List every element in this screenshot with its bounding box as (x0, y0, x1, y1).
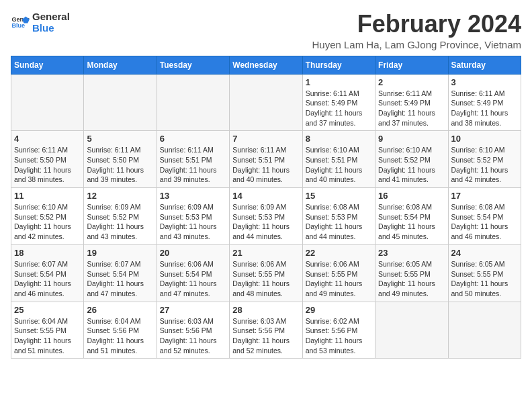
calendar-cell: 29Sunrise: 6:02 AMSunset: 5:56 PMDayligh… (302, 302, 375, 359)
day-number: 6 (160, 134, 226, 144)
calendar-cell: 7Sunrise: 6:11 AMSunset: 5:51 PMDaylight… (230, 131, 302, 188)
day-info: Sunrise: 6:05 AMSunset: 5:55 PMDaylight:… (451, 259, 518, 299)
calendar-cell: 14Sunrise: 6:09 AMSunset: 5:53 PMDayligh… (230, 188, 302, 245)
day-info: Sunrise: 6:11 AMSunset: 5:49 PMDaylight:… (451, 89, 518, 128)
day-info: Sunrise: 6:08 AMSunset: 5:54 PMDaylight:… (378, 202, 445, 242)
calendar-cell: 4Sunrise: 6:11 AMSunset: 5:50 PMDaylight… (11, 131, 84, 188)
day-number: 5 (87, 134, 153, 144)
day-of-week-header: Tuesday (157, 56, 229, 74)
day-number: 21 (232, 248, 299, 258)
day-number: 24 (451, 248, 518, 258)
calendar-cell (448, 302, 521, 359)
day-info: Sunrise: 6:11 AMSunset: 5:51 PMDaylight:… (160, 145, 226, 185)
calendar-cell (84, 74, 157, 131)
day-of-week-header: Friday (375, 56, 448, 74)
calendar-header-row: SundayMondayTuesdayWednesdayThursdayFrid… (11, 56, 521, 74)
calendar-week-row: 18Sunrise: 6:07 AMSunset: 5:54 PMDayligh… (11, 244, 521, 302)
day-info: Sunrise: 6:03 AMSunset: 5:56 PMDaylight:… (160, 316, 226, 356)
day-number: 16 (378, 191, 445, 201)
day-info: Sunrise: 6:09 AMSunset: 5:52 PMDaylight:… (87, 202, 153, 242)
calendar-cell: 8Sunrise: 6:10 AMSunset: 5:51 PMDaylight… (302, 131, 375, 188)
day-info: Sunrise: 6:06 AMSunset: 5:54 PMDaylight:… (160, 259, 226, 299)
day-number: 11 (14, 191, 81, 201)
calendar-cell: 20Sunrise: 6:06 AMSunset: 5:54 PMDayligh… (157, 244, 229, 302)
day-info: Sunrise: 6:09 AMSunset: 5:53 PMDaylight:… (232, 202, 299, 242)
calendar-cell: 28Sunrise: 6:03 AMSunset: 5:56 PMDayligh… (230, 302, 302, 359)
calendar-cell: 3Sunrise: 6:11 AMSunset: 5:49 PMDaylight… (448, 74, 521, 131)
calendar-week-row: 1Sunrise: 6:11 AMSunset: 5:49 PMDaylight… (11, 74, 521, 131)
day-number: 19 (87, 248, 153, 258)
calendar-cell (230, 74, 302, 131)
calendar-cell: 26Sunrise: 6:04 AMSunset: 5:56 PMDayligh… (84, 302, 157, 359)
day-number: 26 (87, 305, 153, 315)
day-number: 14 (232, 191, 299, 201)
day-number: 18 (14, 248, 81, 258)
calendar-cell: 9Sunrise: 6:10 AMSunset: 5:52 PMDaylight… (375, 131, 448, 188)
day-info: Sunrise: 6:08 AMSunset: 5:54 PMDaylight:… (451, 202, 518, 242)
day-number: 12 (87, 191, 153, 201)
day-info: Sunrise: 6:07 AMSunset: 5:54 PMDaylight:… (87, 259, 153, 299)
calendar-cell: 24Sunrise: 6:05 AMSunset: 5:55 PMDayligh… (448, 244, 521, 302)
day-info: Sunrise: 6:10 AMSunset: 5:52 PMDaylight:… (14, 202, 81, 242)
day-number: 23 (378, 248, 445, 258)
day-info: Sunrise: 6:10 AMSunset: 5:51 PMDaylight:… (306, 145, 372, 185)
day-info: Sunrise: 6:05 AMSunset: 5:55 PMDaylight:… (378, 259, 445, 299)
calendar-week-row: 25Sunrise: 6:04 AMSunset: 5:55 PMDayligh… (11, 302, 521, 359)
calendar-cell: 2Sunrise: 6:11 AMSunset: 5:49 PMDaylight… (375, 74, 448, 131)
calendar-cell: 15Sunrise: 6:08 AMSunset: 5:53 PMDayligh… (302, 188, 375, 245)
day-number: 1 (306, 77, 372, 87)
calendar-cell: 13Sunrise: 6:09 AMSunset: 5:53 PMDayligh… (157, 188, 229, 245)
day-of-week-header: Wednesday (230, 56, 302, 74)
calendar-cell: 12Sunrise: 6:09 AMSunset: 5:52 PMDayligh… (84, 188, 157, 245)
day-info: Sunrise: 6:03 AMSunset: 5:56 PMDaylight:… (232, 316, 299, 356)
day-number: 27 (160, 305, 226, 315)
calendar-cell: 27Sunrise: 6:03 AMSunset: 5:56 PMDayligh… (157, 302, 229, 359)
calendar-cell: 17Sunrise: 6:08 AMSunset: 5:54 PMDayligh… (448, 188, 521, 245)
calendar-cell: 25Sunrise: 6:04 AMSunset: 5:55 PMDayligh… (11, 302, 84, 359)
header: General Blue General Blue February 2024 … (11, 11, 521, 50)
day-info: Sunrise: 6:11 AMSunset: 5:49 PMDaylight:… (378, 89, 445, 128)
calendar-cell (157, 74, 229, 131)
day-number: 17 (451, 191, 518, 201)
day-number: 9 (378, 134, 445, 144)
calendar-cell (375, 302, 448, 359)
calendar-week-row: 11Sunrise: 6:10 AMSunset: 5:52 PMDayligh… (11, 188, 521, 245)
day-of-week-header: Sunday (11, 56, 84, 74)
logo-icon: General Blue (11, 13, 30, 32)
day-info: Sunrise: 6:02 AMSunset: 5:56 PMDaylight:… (306, 316, 372, 356)
day-number: 25 (14, 305, 81, 315)
day-number: 15 (306, 191, 372, 201)
day-info: Sunrise: 6:10 AMSunset: 5:52 PMDaylight:… (451, 145, 518, 185)
calendar-cell: 21Sunrise: 6:06 AMSunset: 5:55 PMDayligh… (230, 244, 302, 302)
subtitle: Huyen Lam Ha, Lam GJong Province, Vietna… (312, 39, 521, 50)
calendar-cell: 18Sunrise: 6:07 AMSunset: 5:54 PMDayligh… (11, 244, 84, 302)
day-number: 20 (160, 248, 226, 258)
day-info: Sunrise: 6:04 AMSunset: 5:56 PMDaylight:… (87, 316, 153, 356)
svg-text:Blue: Blue (11, 22, 25, 29)
day-number: 10 (451, 134, 518, 144)
calendar-table: SundayMondayTuesdayWednesdayThursdayFrid… (11, 56, 521, 359)
calendar-cell (11, 74, 84, 131)
logo-line1: General (32, 11, 70, 22)
day-number: 2 (378, 77, 445, 87)
day-info: Sunrise: 6:08 AMSunset: 5:53 PMDaylight:… (306, 202, 372, 242)
day-info: Sunrise: 6:11 AMSunset: 5:50 PMDaylight:… (87, 145, 153, 185)
day-number: 8 (306, 134, 372, 144)
calendar-cell: 23Sunrise: 6:05 AMSunset: 5:55 PMDayligh… (375, 244, 448, 302)
title-area: February 2024 Huyen Lam Ha, Lam GJong Pr… (312, 11, 521, 50)
day-number: 22 (306, 248, 372, 258)
calendar-cell: 16Sunrise: 6:08 AMSunset: 5:54 PMDayligh… (375, 188, 448, 245)
calendar-cell: 5Sunrise: 6:11 AMSunset: 5:50 PMDaylight… (84, 131, 157, 188)
day-info: Sunrise: 6:10 AMSunset: 5:52 PMDaylight:… (378, 145, 445, 185)
day-number: 29 (306, 305, 372, 315)
day-number: 13 (160, 191, 226, 201)
day-of-week-header: Thursday (302, 56, 375, 74)
calendar-body: 1Sunrise: 6:11 AMSunset: 5:49 PMDaylight… (11, 74, 521, 359)
logo-line2: Blue (32, 22, 70, 34)
calendar-week-row: 4Sunrise: 6:11 AMSunset: 5:50 PMDaylight… (11, 131, 521, 188)
calendar-cell: 6Sunrise: 6:11 AMSunset: 5:51 PMDaylight… (157, 131, 229, 188)
calendar-cell: 10Sunrise: 6:10 AMSunset: 5:52 PMDayligh… (448, 131, 521, 188)
day-info: Sunrise: 6:11 AMSunset: 5:50 PMDaylight:… (14, 145, 81, 185)
day-info: Sunrise: 6:11 AMSunset: 5:51 PMDaylight:… (232, 145, 299, 185)
logo: General Blue General Blue (11, 11, 70, 34)
